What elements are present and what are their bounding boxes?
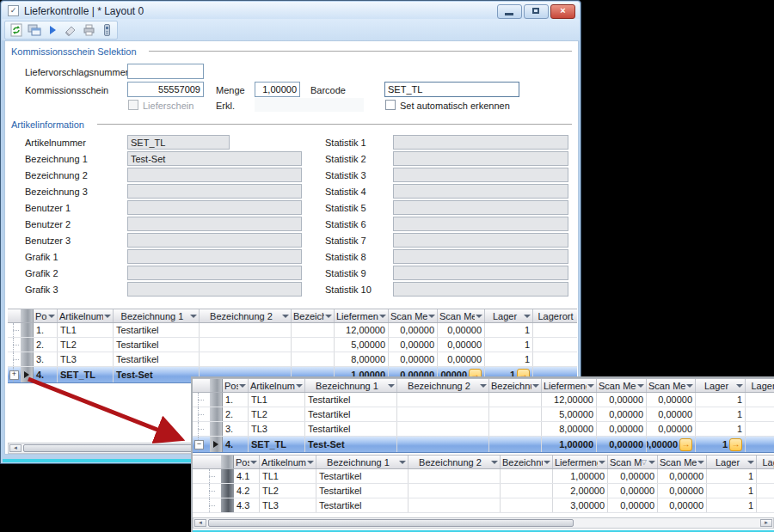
cell-scan-menge-1[interactable]: 0,00000 xyxy=(597,393,647,407)
cell-bezeichnung2[interactable] xyxy=(200,323,292,337)
column-header[interactable]: Pos.▽ xyxy=(34,309,58,322)
cell-bezeichnung2[interactable] xyxy=(408,484,501,498)
cell-liefermenge[interactable]: 8,00000 xyxy=(335,352,389,366)
cell-bezeichnung2[interactable] xyxy=(408,469,501,483)
column-header[interactable]: Artikelnumm▽ xyxy=(249,379,305,392)
column-header[interactable]: Lager▽ xyxy=(485,309,533,322)
kommissionsschein-input[interactable] xyxy=(127,82,204,97)
row-selector-cell[interactable] xyxy=(21,352,34,366)
cell-artikelnummer[interactable]: TL1 xyxy=(260,469,316,483)
cell-pos[interactable]: 4.3 xyxy=(234,498,260,512)
column-header[interactable]: Bezeichnun▽ xyxy=(489,379,542,392)
cell-bezeichnung1[interactable]: Testartikel xyxy=(316,469,408,483)
row-selector-cell[interactable] xyxy=(21,367,34,382)
print-button[interactable] xyxy=(80,22,96,38)
scroll-left-button[interactable]: ◄ xyxy=(9,444,22,452)
cell-lagerort[interactable] xyxy=(746,393,774,407)
dropdown-arrow-icon[interactable] xyxy=(524,315,531,318)
cell-scan-menge-1[interactable]: 0,00000 xyxy=(597,407,647,421)
cell-bezeichnung3[interactable] xyxy=(292,323,335,337)
cell-scan-menge-1[interactable]: 0,00000 xyxy=(608,498,658,512)
cell-liefermenge[interactable]: 12,00000 xyxy=(542,393,597,407)
readonly-field[interactable] xyxy=(393,217,568,231)
readonly-field[interactable] xyxy=(393,168,568,182)
cell-pos[interactable]: 1. xyxy=(223,393,249,407)
column-header[interactable]: Lagerort▽ xyxy=(533,309,577,322)
column-header[interactable]: Bezeichnung 1▽ xyxy=(316,456,408,468)
cell-lager[interactable]: 1 xyxy=(707,484,757,498)
cell-bezeichnung2[interactable] xyxy=(200,338,292,352)
readonly-field[interactable] xyxy=(127,184,302,199)
table-row[interactable]: 1. TL1 Testartikel 12,00000 0,00000 0,00… xyxy=(8,323,577,338)
readonly-field[interactable]: SET_TL xyxy=(127,135,230,150)
cell-bezeichnung3[interactable] xyxy=(489,422,542,436)
cell-scan-menge-2[interactable]: 0,00000 xyxy=(438,338,485,352)
goto-arrow-icon[interactable]: → xyxy=(729,438,742,451)
layout-button[interactable] xyxy=(26,22,42,38)
column-header[interactable]: Scan Me▽ xyxy=(608,456,658,468)
cell-bezeichnung2[interactable] xyxy=(200,352,292,366)
cell-bezeichnung2[interactable] xyxy=(397,407,489,421)
cell-artikelnummer[interactable]: TL2 xyxy=(249,407,305,421)
readonly-field[interactable] xyxy=(393,266,568,280)
row-selector-cell[interactable] xyxy=(21,323,34,337)
column-header[interactable]: Scan Meng▽ xyxy=(647,379,696,392)
column-header[interactable]: Bezeichnun▽ xyxy=(501,456,553,468)
maximize-button[interactable] xyxy=(524,4,549,19)
cell-scan-menge-1[interactable]: 0,00000 xyxy=(597,437,647,452)
readonly-field[interactable] xyxy=(393,135,568,150)
cell-scan-menge-2[interactable]: 0,00000 xyxy=(658,484,707,498)
cell-bezeichnung3[interactable] xyxy=(489,407,542,421)
column-header[interactable]: Bezeichnung 2▽ xyxy=(397,379,489,392)
refresh-button[interactable] xyxy=(8,22,24,38)
cell-bezeichnung3[interactable] xyxy=(501,484,553,498)
dropdown-arrow-icon[interactable] xyxy=(491,461,498,464)
readonly-field[interactable] xyxy=(393,200,568,215)
cell-artikelnummer[interactable]: TL1 xyxy=(249,393,305,407)
readonly-field[interactable] xyxy=(127,233,302,248)
cell-bezeichnung3[interactable] xyxy=(489,393,542,407)
cell-pos[interactable]: 4. xyxy=(34,367,58,382)
readonly-field[interactable] xyxy=(393,233,568,248)
cell-lagerort[interactable] xyxy=(746,422,774,436)
cell-bezeichnung1[interactable]: Testartikel xyxy=(305,422,397,436)
readonly-field[interactable] xyxy=(127,249,302,264)
dropdown-arrow-icon[interactable] xyxy=(104,315,111,318)
cell-lager[interactable]: 1 xyxy=(485,352,533,366)
dropdown-arrow-icon[interactable] xyxy=(637,384,644,388)
cell-scan-menge-2[interactable]: 0,00000 xyxy=(658,498,707,512)
cell-lagerort[interactable] xyxy=(533,352,577,366)
cell-lagerort[interactable] xyxy=(746,407,774,421)
minimize-button[interactable] xyxy=(497,4,522,19)
column-header[interactable]: Scan Meng▽ xyxy=(658,456,707,468)
column-header[interactable]: Scan Meng▽ xyxy=(389,309,438,322)
column-header[interactable]: Liefermeng▽ xyxy=(542,379,597,392)
scanner-button[interactable] xyxy=(98,22,114,38)
row-selector-cell[interactable] xyxy=(210,393,223,407)
cell-pos[interactable]: 2. xyxy=(34,338,58,352)
cell-liefermenge[interactable]: 12,00000 xyxy=(335,323,389,337)
cell-liefermenge[interactable]: 8,00000 xyxy=(542,422,597,436)
cell-scan-menge-2[interactable]: 0,00000 xyxy=(647,422,696,436)
readonly-field[interactable] xyxy=(393,282,568,297)
cell-lager[interactable]: 1 xyxy=(485,338,533,352)
row-selector-cell[interactable] xyxy=(221,469,234,483)
cell-artikelnummer[interactable]: TL3 xyxy=(260,498,316,512)
dropdown-arrow-icon[interactable] xyxy=(282,315,289,318)
cell-bezeichnung2[interactable] xyxy=(397,437,489,452)
dropdown-arrow-icon[interactable] xyxy=(544,461,550,464)
cell-bezeichnung1[interactable]: Test-Set xyxy=(114,367,200,382)
row-selector-cell[interactable] xyxy=(210,407,223,421)
cell-bezeichnung1[interactable]: Testartikel xyxy=(114,338,200,352)
cell-lager[interactable]: 1 xyxy=(696,407,746,421)
cell-scan-menge-2[interactable]: 0,00000 xyxy=(647,407,696,421)
cell-liefermenge[interactable]: 5,00000 xyxy=(335,338,389,352)
cell-bezeichnung3[interactable] xyxy=(501,498,553,512)
readonly-field[interactable] xyxy=(127,200,302,215)
cell-bezeichnung3[interactable] xyxy=(501,469,553,483)
cell-scan-menge-1[interactable]: 0,00000 xyxy=(389,352,438,366)
row-selector-cell[interactable] xyxy=(210,437,223,452)
title-bar[interactable]: ✓ Lieferkontrolle | * Layout 0 × xyxy=(2,2,580,20)
collapse-button[interactable]: − xyxy=(194,440,204,449)
cell-artikelnummer[interactable]: SET_TL xyxy=(58,367,114,382)
